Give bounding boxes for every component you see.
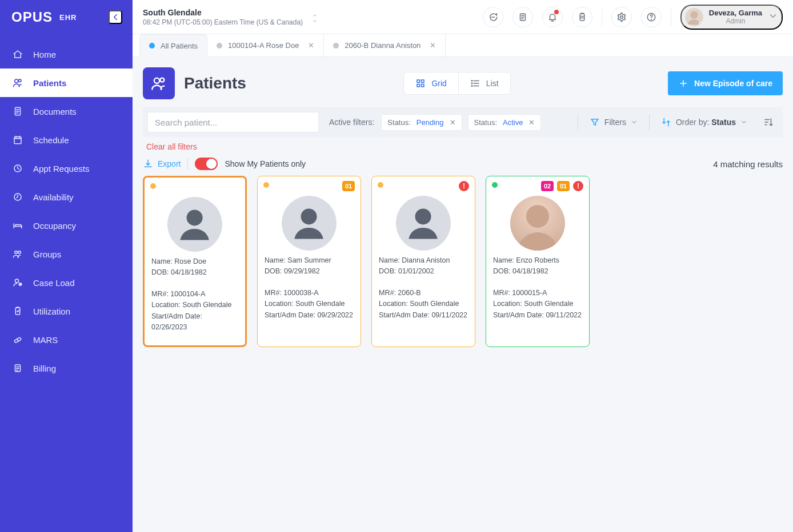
schedule-icon [11, 134, 24, 146]
notifications-badge [554, 10, 559, 14]
svg-point-34 [526, 205, 549, 228]
sidebar-item-label: Appt Requests [33, 164, 89, 174]
card-meta: Name: Sam Summer DOB: 09/29/1982 MR#: 10… [265, 255, 354, 321]
patient-card[interactable]: 01 Name: Sam Summer DOB: 09/29/1982 MR#:… [257, 176, 361, 347]
sidebar-item-utilization[interactable]: Utilization [0, 297, 133, 325]
patient-location: South Glendale [295, 300, 345, 308]
billing-icon [11, 362, 24, 374]
help-button[interactable] [641, 7, 662, 27]
documents-icon [11, 105, 24, 118]
svg-point-1 [19, 79, 22, 82]
svg-point-20 [651, 19, 651, 19]
page-content: Patients Grid List New Episode of care [133, 57, 793, 532]
plus-icon [678, 78, 688, 88]
view-list-label: List [486, 79, 499, 88]
sidebar-item-documents[interactable]: Documents [0, 97, 133, 126]
filters-button[interactable]: Filters [585, 117, 642, 127]
sidebar: OPUS EHR HomePatientsDocumentsScheduleAp… [0, 0, 133, 532]
sidebar-item-label: Utilization [33, 307, 70, 316]
tasks-button[interactable] [572, 7, 592, 27]
tab-0[interactable]: All Patients [139, 34, 207, 57]
svg-point-23 [160, 78, 164, 82]
close-icon[interactable]: ✕ [430, 41, 436, 50]
sidebar-item-schedule[interactable]: Schedule [0, 126, 133, 154]
brand-name: OPUS [11, 9, 53, 25]
tab-2[interactable]: 2060-B Dianna Aniston✕ [324, 34, 446, 57]
show-my-patients-toggle[interactable] [195, 158, 218, 170]
divider [578, 114, 578, 130]
sidebar-item-label: Availability [33, 192, 74, 202]
export-button[interactable]: Export [143, 159, 181, 169]
settings-button[interactable] [611, 7, 632, 27]
home-icon [11, 48, 24, 61]
chip-value: Active [503, 118, 523, 127]
svg-point-31 [187, 210, 203, 226]
alert-icon: ! [573, 181, 583, 191]
card-meta: Name: Dianna Aniston DOB: 01/01/2002 MR#… [379, 255, 468, 321]
sidebar-item-availability[interactable]: Availability [0, 183, 133, 211]
chip-value: Pending [416, 118, 444, 127]
export-label: Export [158, 159, 181, 168]
patient-card[interactable]: Name: Rose Doe DOB: 04/18/1982 MR#: 1000… [143, 176, 247, 347]
sidebar-item-case-load[interactable]: Case Load [0, 268, 133, 297]
new-episode-label: New Episode of care [694, 79, 772, 88]
clear-filters-button[interactable]: Clear all filters [146, 142, 197, 151]
svg-point-18 [620, 15, 623, 18]
sidebar-item-occupancy[interactable]: Occupancy [0, 211, 133, 240]
close-icon[interactable]: ✕ [308, 41, 314, 50]
notes-button[interactable] [512, 7, 533, 27]
sidebar-item-home[interactable]: Home [0, 40, 133, 68]
order-value: Status [711, 118, 736, 127]
patient-mr: 1000038-A [283, 289, 318, 297]
patient-card[interactable]: 0201! Name: Enzo Roberts DOB: 04/18/1982… [486, 176, 590, 347]
user-menu[interactable]: Deveza, Garma Admin [680, 5, 783, 30]
tabs: All Patients1000104-A Rose Doe✕2060-B Di… [133, 34, 793, 57]
divider [187, 158, 188, 170]
search-input[interactable] [147, 112, 319, 132]
sort-direction-button[interactable] [759, 117, 778, 127]
new-episode-button[interactable]: New Episode of care [668, 71, 783, 95]
filter-chip-0: Status: Pending ✕ [381, 114, 462, 131]
location-selector[interactable]: South Glendale 08:42 PM (UTC-05:00) East… [143, 8, 318, 26]
patient-location: South Glendale [410, 300, 459, 308]
tab-label: 2060-B Dianna Aniston [345, 41, 420, 50]
order-by-button[interactable]: Order by: Status [656, 117, 752, 127]
patient-mr: 1000104-A [170, 290, 205, 298]
patient-mr: 1000015-A [512, 289, 547, 297]
notifications-button[interactable] [542, 7, 563, 27]
view-list-button[interactable]: List [458, 72, 510, 94]
sidebar-item-label: Patients [33, 78, 66, 88]
patient-location: South Glendale [524, 300, 573, 308]
svg-point-30 [471, 86, 472, 87]
svg-rect-25 [422, 80, 424, 83]
grid-icon [415, 78, 426, 88]
sidebar-item-groups[interactable]: Groups [0, 240, 133, 268]
close-icon[interactable]: ✕ [528, 118, 535, 127]
sort-updown-icon [312, 13, 318, 23]
patient-card[interactable]: ! Name: Dianna Aniston DOB: 01/01/2002 M… [371, 176, 475, 347]
badge-count: 01 [557, 181, 570, 191]
page-title: Patients [184, 74, 246, 92]
collapse-sidebar-button[interactable] [109, 10, 122, 24]
svg-point-14 [492, 17, 493, 17]
status-dot-icon [492, 182, 498, 188]
tab-label: All Patients [161, 42, 198, 50]
chat-button[interactable] [483, 7, 503, 27]
close-icon[interactable]: ✕ [450, 118, 456, 127]
view-grid-label: Grid [431, 79, 446, 88]
patient-dob: 01/01/2002 [398, 267, 434, 275]
patient-name: Dianna Aniston [402, 256, 450, 264]
status-dot-icon [263, 182, 269, 188]
card-badges: 01 [342, 181, 355, 191]
sidebar-item-patients[interactable]: Patients [0, 68, 133, 97]
tab-1[interactable]: 1000104-A Rose Doe✕ [207, 34, 324, 57]
sidebar-item-mars[interactable]: MARS [0, 325, 133, 354]
view-grid-button[interactable]: Grid [404, 72, 458, 94]
patient-placeholder-icon [396, 196, 451, 251]
user-role: Admin [709, 17, 762, 25]
toolbar-secondary: Export Show My Patients only 4 matching … [143, 158, 783, 170]
tab-label: 1000104-A Rose Doe [228, 41, 299, 50]
sidebar-item-appt-requests[interactable]: Appt Requests [0, 154, 133, 183]
groups-icon [11, 248, 24, 260]
sidebar-item-billing[interactable]: Billing [0, 354, 133, 382]
